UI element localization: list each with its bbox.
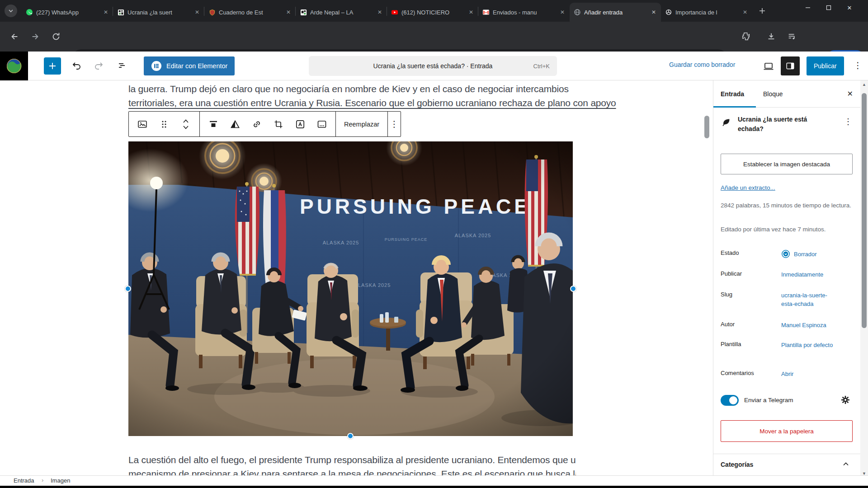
- featured-image-label: Establecer la imagen destacada: [743, 161, 830, 168]
- close-icon[interactable]: ✕: [376, 9, 383, 15]
- whatsapp-icon: [25, 8, 33, 16]
- youtube-icon: [391, 8, 399, 16]
- downloads-button[interactable]: [765, 30, 778, 43]
- close-icon[interactable]: ✕: [102, 9, 109, 15]
- resize-handle-right[interactable]: [570, 286, 576, 292]
- gmail-icon: [482, 8, 490, 16]
- link-button[interactable]: [246, 112, 268, 136]
- field-label: Autor: [721, 321, 775, 328]
- command-title: Ucrania ¿la suerte está echada? · Entrad…: [373, 62, 493, 70]
- chatgpt-icon: [665, 8, 673, 16]
- page-scrollbar-thumb[interactable]: [862, 93, 867, 328]
- add-excerpt-link[interactable]: Añade un extracto...: [721, 184, 775, 191]
- window-close-button[interactable]: ✕: [839, 0, 860, 15]
- close-icon[interactable]: ✕: [741, 9, 749, 15]
- site-logo-button[interactable]: [0, 52, 28, 80]
- page-scrollbar[interactable]: ▲ ▼: [860, 80, 868, 486]
- breadcrumb-imagen[interactable]: Imagen: [51, 477, 70, 484]
- paragraph-line: La cuestión del alto el fuego, el presid…: [128, 453, 576, 467]
- chevron-down-icon: [8, 8, 14, 14]
- duotone-filter-button[interactable]: [224, 112, 246, 136]
- field-value[interactable]: Borrador: [781, 249, 836, 258]
- tab-whatsapp[interactable]: (227) WhatsApp ✕: [22, 3, 113, 22]
- editor-options-menu[interactable]: ⋮: [854, 60, 862, 70]
- post-options-menu[interactable]: ⋮: [844, 117, 852, 127]
- tab-arde-nepal[interactable]: Arde Nepal – LA ✕: [296, 3, 387, 22]
- resize-handle-bottom[interactable]: [347, 433, 354, 439]
- tab-noticiero[interactable]: (612) NOTICIERO ✕: [387, 3, 478, 22]
- save-draft-button[interactable]: Guardar como borrador: [669, 61, 735, 68]
- tab-anadir-entrada-active[interactable]: Añadir entrada ✕: [570, 3, 661, 22]
- chevron-up-icon[interactable]: [842, 461, 849, 469]
- close-icon[interactable]: ✕: [559, 9, 566, 15]
- paragraph-block[interactable]: La cuestión del alto el fuego, el presid…: [128, 453, 576, 475]
- close-sidebar-button[interactable]: ✕: [847, 89, 853, 98]
- command-center[interactable]: Ucrania ¿la suerte está echada? · Entrad…: [309, 56, 557, 76]
- resize-handle-left[interactable]: [125, 286, 131, 292]
- plus-icon: [48, 61, 57, 70]
- edit-with-elementor-button[interactable]: Editar con Elementor: [144, 56, 235, 75]
- crop-button[interactable]: [268, 112, 289, 136]
- tab-cuaderno[interactable]: Cuaderno de Est ✕: [204, 3, 296, 22]
- set-featured-image-button[interactable]: Establecer la imagen destacada: [721, 154, 853, 174]
- block-controls-group: [129, 112, 200, 136]
- preview-button[interactable]: [760, 58, 777, 75]
- caption-button[interactable]: [311, 112, 333, 136]
- undo-button[interactable]: [69, 57, 85, 74]
- extensions-icon[interactable]: [740, 30, 752, 43]
- tab-ucrania[interactable]: Ucrania ¿la suert ✕: [113, 3, 204, 22]
- field-value[interactable]: Abrir: [781, 370, 836, 378]
- close-icon[interactable]: ✕: [467, 9, 475, 15]
- text-over-image-button[interactable]: [289, 112, 311, 136]
- tab-entrada[interactable]: Entrada: [721, 80, 744, 108]
- window-minimize-button[interactable]: [797, 0, 818, 15]
- breadcrumb-entrada[interactable]: Entrada: [14, 477, 34, 484]
- browser-tab-strip: (227) WhatsApp ✕ Ucrania ¿la suert ✕ Cua…: [0, 0, 868, 22]
- list-view-button[interactable]: [113, 57, 129, 74]
- window-maximize-button[interactable]: [818, 0, 839, 15]
- tab-chatgpt[interactable]: Importancia de l ✕: [661, 3, 752, 22]
- field-value[interactable]: Inmediatamente: [781, 270, 836, 279]
- tab-title: Ucrania ¿la suert: [127, 9, 191, 16]
- canvas-scrollbar-thumb[interactable]: [704, 116, 709, 138]
- media-queue-icon[interactable]: [786, 30, 798, 43]
- paragraph-block[interactable]: la guerra. Trump dejó en claro que no ne…: [128, 82, 576, 110]
- block-options-menu[interactable]: ⋮: [388, 112, 401, 136]
- image-tools-group: [200, 112, 336, 136]
- publish-button[interactable]: Publicar: [807, 56, 844, 75]
- sidebar-panel-icon: [785, 61, 795, 71]
- field-value[interactable]: Manuel Espinoza: [781, 321, 836, 329]
- selected-image-block[interactable]: PURSUING PEACE ALASKA 2025 PURSUING PEAC…: [128, 141, 573, 436]
- settings-panel-toggle[interactable]: [781, 56, 800, 75]
- tab-title: (227) WhatsApp: [36, 9, 99, 16]
- field-value[interactable]: Plantilla por defecto: [781, 341, 836, 349]
- add-block-button[interactable]: [44, 57, 61, 75]
- gear-icon[interactable]: [840, 395, 850, 406]
- image-block-icon[interactable]: [132, 112, 153, 136]
- tab-gmail[interactable]: Enviados - manu ✕: [478, 3, 570, 22]
- redo-button[interactable]: [90, 57, 107, 74]
- scroll-up-arrow[interactable]: ▲: [860, 82, 868, 87]
- reload-button[interactable]: [50, 30, 62, 43]
- replace-button[interactable]: Reemplazar: [336, 112, 388, 136]
- paragraph-line: la guerra. Trump dejó en claro que no ne…: [128, 82, 576, 96]
- field-value[interactable]: ucrania-la-suerte-esta-echada: [781, 291, 836, 308]
- telegram-toggle[interactable]: [721, 395, 739, 406]
- categories-panel-header[interactable]: Categorías: [721, 461, 753, 468]
- forward-button[interactable]: [29, 30, 42, 43]
- field-label: Slug: [721, 291, 775, 298]
- post-icon: [722, 117, 731, 129]
- move-block-buttons[interactable]: [175, 112, 197, 136]
- close-icon[interactable]: ✕: [650, 9, 657, 15]
- tab-search-button[interactable]: [5, 5, 17, 17]
- move-to-trash-button[interactable]: Mover a la papelera: [721, 420, 853, 442]
- new-tab-button[interactable]: [756, 5, 769, 17]
- align-button[interactable]: [203, 112, 224, 136]
- tab-bloque[interactable]: Bloque: [763, 80, 783, 108]
- close-icon[interactable]: ✕: [285, 9, 292, 15]
- tab-bloque-label: Bloque: [763, 90, 783, 98]
- tab-title: Arde Nepal – LA: [310, 9, 373, 16]
- drag-handle[interactable]: [153, 112, 175, 136]
- close-icon[interactable]: ✕: [193, 9, 201, 15]
- back-button[interactable]: [8, 30, 21, 43]
